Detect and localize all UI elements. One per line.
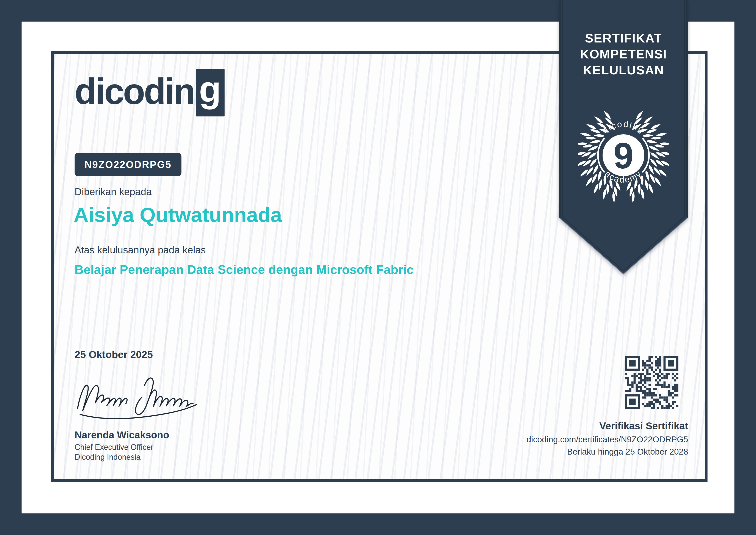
academy-seal: 9 dicoding academy: [578, 111, 669, 207]
signer-organization: Dicoding Indonesia: [74, 453, 169, 461]
completion-label: Atas kelulusannya pada kelas: [74, 244, 206, 256]
certificate-id-badge: N9ZO22ODRPG5: [74, 153, 181, 176]
issue-date: 25 Oktober 2025: [74, 349, 153, 360]
verification-heading: Verifikasi Sertifikat: [526, 421, 688, 431]
seal-number: 9: [613, 135, 634, 176]
course-title: Belajar Penerapan Data Science dengan Mi…: [74, 262, 414, 277]
signer-name: Narenda Wicaksono: [74, 430, 169, 440]
ribbon-title-line1: SERTIFIKAT: [559, 30, 688, 46]
recipient-name: Aisiya Qutwatunnada: [74, 203, 282, 227]
signature-image: [71, 364, 213, 424]
ribbon-title-line3: KELULUSAN: [559, 62, 688, 78]
signer-title: Chief Executive Officer: [74, 443, 169, 451]
signer-block: Narenda Wicaksono Chief Executive Office…: [74, 430, 169, 461]
dicoding-logo-text: dicodin: [74, 71, 194, 112]
validity-text: Berlaku hingga 25 Oktober 2028: [526, 447, 688, 456]
seal-arc-top-text: dicoding: [600, 119, 647, 135]
verification-block: Verifikasi Sertifikat dicoding.com/certi…: [526, 356, 688, 456]
ribbon-title-line2: KOMPETENSI: [559, 46, 688, 62]
dicoding-logo-g-box: g: [196, 69, 225, 116]
dicoding-logo: dicoding: [74, 71, 225, 119]
ribbon-title: SERTIFIKAT KOMPETENSI KELULUSAN: [559, 30, 688, 78]
svg-text:dicoding: dicoding: [600, 119, 647, 135]
given-to-label: Diberikan kepada: [74, 186, 152, 198]
verification-url: dicoding.com/certificates/N9ZO22ODRPG5: [526, 435, 688, 443]
qr-code-icon: [625, 356, 678, 409]
laurel-wreath-icon: 9 dicoding academy: [578, 111, 669, 206]
certificate-page: dicoding SERTIFIKAT KOMPETENSI KELULUSAN: [0, 0, 756, 535]
